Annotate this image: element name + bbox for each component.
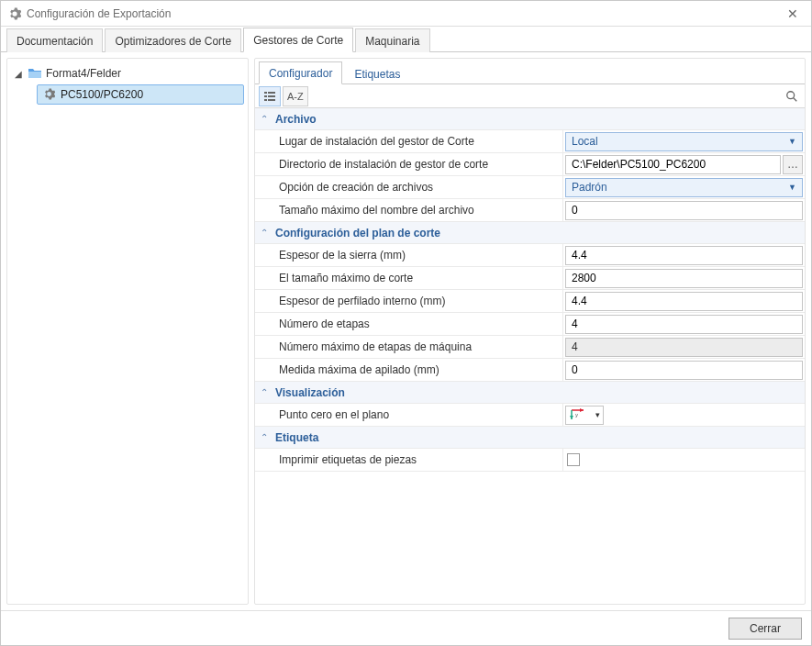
tree-item-label: PC5100/PC6200 bbox=[61, 88, 143, 101]
group-title-visual: Visualización bbox=[275, 386, 345, 399]
group-header-archivo[interactable]: ⌃ Archivo bbox=[255, 108, 805, 130]
group-header-visual[interactable]: ⌃ Visualización bbox=[255, 382, 805, 404]
categorized-view-button[interactable] bbox=[259, 86, 281, 106]
prop-row-install-dir: Directorio de instalación de gestor de c… bbox=[255, 153, 805, 176]
sub-tabstrip: Configurador Etiquetas bbox=[255, 59, 805, 84]
prop-row-internal-profile-thickness: Espesor de perfilado interno (mm) bbox=[255, 290, 805, 313]
chevron-up-icon: ⌃ bbox=[261, 387, 270, 397]
prop-row-max-machine-stages: Número máximo de etapas de máquina bbox=[255, 336, 805, 359]
chevron-up-icon: ⌃ bbox=[261, 432, 270, 442]
svg-line-7 bbox=[794, 97, 797, 101]
prop-row-max-cut-size: El tamaño máximo de corte bbox=[255, 267, 805, 290]
content-body: ◢ Format4/Felder PC5100/PC6200 Configura… bbox=[1, 52, 811, 610]
search-icon[interactable] bbox=[783, 90, 801, 103]
svg-marker-9 bbox=[580, 408, 584, 412]
max-filename-input[interactable] bbox=[565, 201, 803, 220]
property-toolbar: A-Z bbox=[255, 84, 805, 108]
prop-label: Espesor de la sierra (mm) bbox=[255, 244, 563, 266]
max-cut-size-input[interactable] bbox=[565, 269, 803, 288]
group-title-plan: Configuración del plan de corte bbox=[275, 227, 440, 239]
print-labels-checkbox[interactable] bbox=[567, 453, 580, 466]
tree-root-node[interactable]: ◢ Format4/Felder bbox=[11, 64, 244, 83]
install-dir-input[interactable] bbox=[565, 155, 781, 174]
group-header-etiqueta[interactable]: ⌃ Etiqueta bbox=[255, 427, 805, 449]
zero-point-picker[interactable]: y ▾ bbox=[565, 406, 604, 425]
browse-button[interactable]: … bbox=[783, 155, 803, 174]
svg-text:y: y bbox=[575, 412, 578, 418]
prop-label: Punto cero en el plano bbox=[255, 404, 563, 426]
max-stack-input[interactable] bbox=[565, 361, 803, 380]
subtab-configurador[interactable]: Configurador bbox=[259, 61, 342, 84]
install-location-select[interactable]: Local ▼ bbox=[565, 132, 803, 151]
property-grid: ⌃ Archivo Lugar de instalación del gesto… bbox=[255, 108, 805, 604]
origin-icon: y bbox=[569, 407, 587, 422]
file-create-option-select[interactable]: Padrón ▼ bbox=[565, 178, 803, 197]
prop-row-max-filename: Tamaño máximo del nombre del archivo bbox=[255, 199, 805, 222]
tab-documentacion[interactable]: Documentación bbox=[6, 28, 103, 52]
svg-marker-11 bbox=[570, 416, 573, 419]
prop-label: Opción de creación de archivos bbox=[255, 176, 563, 198]
chevron-down-icon: ▼ bbox=[788, 137, 796, 146]
chevron-down-icon: ▼ bbox=[788, 183, 796, 192]
prop-row-max-stack: Medida máxima de apilado (mm) bbox=[255, 359, 805, 382]
prop-row-install-location: Lugar de instalación del gestor de Corte… bbox=[255, 130, 805, 153]
ellipsis-icon: … bbox=[787, 158, 798, 171]
manufacturer-tree: ◢ Format4/Felder PC5100/PC6200 bbox=[6, 58, 249, 605]
prop-label: Directorio de instalación de gestor de c… bbox=[255, 153, 563, 175]
svg-rect-5 bbox=[268, 99, 275, 101]
prop-row-num-stages: Número de etapas bbox=[255, 313, 805, 336]
prop-row-print-labels: Imprimir etiquetas de piezas bbox=[255, 449, 805, 472]
window-close-button[interactable]: ✕ bbox=[782, 6, 804, 21]
prop-label: Tamaño máximo del nombre del archivo bbox=[255, 199, 563, 221]
close-button[interactable]: Cerrar bbox=[729, 618, 802, 640]
titlebar: Configuración de Exportación ✕ bbox=[1, 1, 811, 27]
alphabetical-view-button[interactable]: A-Z bbox=[283, 86, 308, 106]
details-panel: Configurador Etiquetas A-Z ⌃ Archivo bbox=[254, 58, 806, 605]
chevron-down-icon[interactable]: ◢ bbox=[15, 69, 24, 79]
prop-label: El tamaño máximo de corte bbox=[255, 267, 563, 289]
export-configuration-window: Configuración de Exportación ✕ Documenta… bbox=[0, 0, 812, 646]
tree-root-label: Format4/Felder bbox=[46, 67, 121, 80]
tab-optimizadores[interactable]: Optimizadores de Corte bbox=[105, 28, 241, 52]
tab-gestores[interactable]: Gestores de Corte bbox=[243, 28, 353, 52]
tree-item-pc5100-pc6200[interactable]: PC5100/PC6200 bbox=[37, 84, 244, 105]
window-title: Configuración de Exportación bbox=[27, 7, 782, 20]
prop-row-saw-thickness: Espesor de la sierra (mm) bbox=[255, 244, 805, 267]
prop-row-file-create-option: Opción de creación de archivos Padrón ▼ bbox=[255, 176, 805, 199]
max-machine-stages-input bbox=[565, 338, 803, 357]
prop-label: Medida máxima de apilado (mm) bbox=[255, 359, 563, 381]
folder-icon bbox=[28, 67, 42, 80]
footer: Cerrar bbox=[1, 610, 811, 645]
svg-point-6 bbox=[787, 91, 795, 98]
chevron-down-icon: ▾ bbox=[595, 410, 600, 419]
prop-label: Espesor de perfilado interno (mm) bbox=[255, 290, 563, 312]
subtab-etiquetas[interactable]: Etiquetas bbox=[344, 62, 410, 84]
chevron-up-icon: ⌃ bbox=[261, 228, 270, 238]
svg-rect-1 bbox=[268, 92, 275, 94]
prop-label: Imprimir etiquetas de piezas bbox=[255, 449, 563, 471]
prop-row-zero-point: Punto cero en el plano y ▾ bbox=[255, 404, 805, 427]
prop-label: Lugar de instalación del gestor de Corte bbox=[255, 130, 563, 152]
main-tabstrip: Documentación Optimizadores de Corte Ges… bbox=[1, 27, 811, 52]
svg-rect-2 bbox=[264, 95, 267, 97]
group-title-etiqueta: Etiqueta bbox=[275, 431, 318, 444]
property-search-input[interactable] bbox=[314, 87, 777, 106]
saw-thickness-input[interactable] bbox=[565, 246, 803, 265]
svg-rect-0 bbox=[264, 92, 267, 94]
tab-maquinaria[interactable]: Maquinaria bbox=[355, 28, 429, 52]
internal-profile-thickness-input[interactable] bbox=[565, 292, 803, 311]
chevron-up-icon: ⌃ bbox=[261, 114, 270, 124]
svg-rect-4 bbox=[264, 99, 267, 101]
categorized-view-icon bbox=[263, 90, 276, 103]
gear-icon bbox=[8, 7, 21, 20]
prop-label: Número máximo de etapas de máquina bbox=[255, 336, 563, 358]
group-title-archivo: Archivo bbox=[275, 113, 317, 126]
prop-label: Número de etapas bbox=[255, 313, 563, 335]
property-search-field[interactable] bbox=[314, 87, 777, 106]
gear-icon bbox=[43, 88, 56, 101]
num-stages-input[interactable] bbox=[565, 315, 803, 334]
svg-rect-3 bbox=[268, 95, 275, 97]
group-header-plan[interactable]: ⌃ Configuración del plan de corte bbox=[255, 222, 805, 244]
